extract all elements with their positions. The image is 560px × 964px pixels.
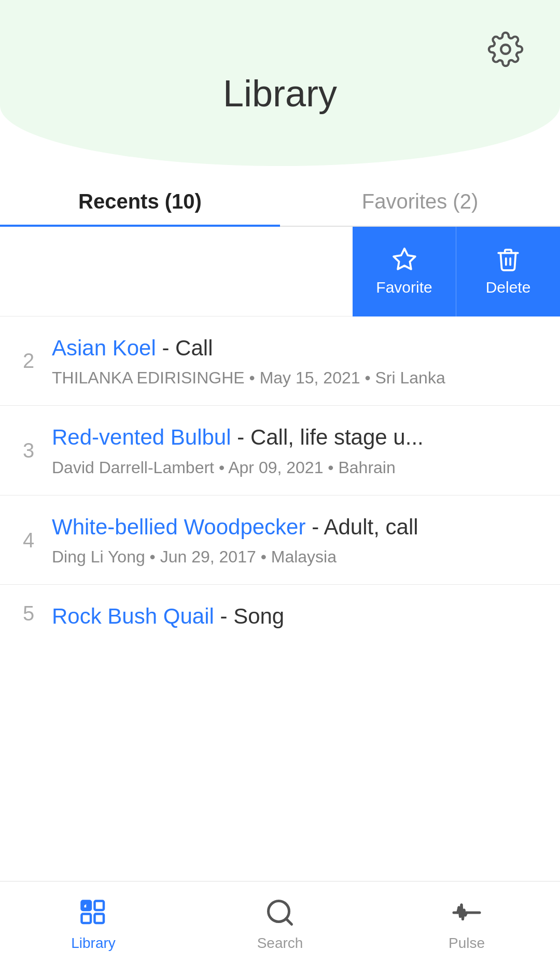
tab-recents[interactable]: Recents (10) xyxy=(0,171,280,226)
delete-label: Delete xyxy=(486,279,531,296)
type-4: - Adult, call xyxy=(312,515,418,539)
settings-button[interactable] xyxy=(487,31,524,67)
svg-rect-5 xyxy=(95,914,104,923)
meta-3: David Darrell-Lambert • Apr 09, 2021 • B… xyxy=(52,458,539,477)
item-number-4: 4 xyxy=(16,528,41,552)
page-title: Library xyxy=(223,72,337,115)
svg-marker-1 xyxy=(394,249,415,269)
nav-search[interactable]: Search xyxy=(187,894,373,952)
delete-action-button[interactable]: Delete xyxy=(456,227,560,316)
item-number-2: 2 xyxy=(16,349,41,373)
species-3: Red-vented Bulbul xyxy=(52,425,231,449)
header-bubble: Library xyxy=(0,0,560,166)
list-item-1[interactable]: arbet - Song 03, 2013 • Vietnam xyxy=(0,227,353,316)
bottom-nav: Library Search Pulse xyxy=(0,881,560,964)
list-item-wrapper-3: 3 Red-vented Bulbul - Call, life stage u… xyxy=(0,406,560,495)
pulse-nav-label: Pulse xyxy=(449,935,485,952)
list-item-5[interactable]: 5 Rock Bush Quail - Song xyxy=(0,585,560,642)
favorite-label: Favorite xyxy=(376,279,432,296)
species-4: White-bellied Woodpecker xyxy=(52,515,305,539)
list-container: Favorite Delete arbet - Song 03, 2013 • … xyxy=(0,227,560,642)
swipe-actions: Favorite Delete xyxy=(353,227,560,316)
tab-favorites[interactable]: Favorites (2) xyxy=(280,171,560,226)
meta-4: Ding Li Yong • Jun 29, 2017 • Malaysia xyxy=(52,547,539,567)
list-item-wrapper-5: 5 Rock Bush Quail - Song xyxy=(0,585,560,642)
tabs-container: Recents (10) Favorites (2) xyxy=(0,171,560,227)
list-item-wrapper-4: 4 White-bellied Woodpecker - Adult, call… xyxy=(0,495,560,585)
svg-line-7 xyxy=(286,918,292,924)
species-2: Asian Koel xyxy=(52,336,156,360)
type-5: - Song xyxy=(220,604,284,628)
nav-pulse[interactable]: Pulse xyxy=(373,894,560,952)
list-item-4[interactable]: 4 White-bellied Woodpecker - Adult, call… xyxy=(0,495,560,585)
pulse-icon xyxy=(449,894,485,931)
list-item-2[interactable]: 2 Asian Koel - Call THILANKA EDIRISINGHE… xyxy=(0,316,560,406)
type-2: - Call xyxy=(162,336,213,360)
search-nav-label: Search xyxy=(257,935,303,952)
meta-1: 03, 2013 • Vietnam xyxy=(0,279,332,298)
library-nav-label: Library xyxy=(71,935,116,952)
library-icon xyxy=(75,894,111,931)
item-number-3: 3 xyxy=(16,438,41,462)
list-item-3[interactable]: 3 Red-vented Bulbul - Call, life stage u… xyxy=(0,406,560,495)
svg-rect-3 xyxy=(82,914,91,923)
item-number-5: 5 xyxy=(16,602,41,625)
search-icon xyxy=(262,894,298,931)
meta-2: THILANKA EDIRISINGHE • May 15, 2021 • Sr… xyxy=(52,368,539,388)
list-item-wrapper-2: 2 Asian Koel - Call THILANKA EDIRISINGHE… xyxy=(0,316,560,406)
type-3: - Call, life stage u... xyxy=(237,425,423,449)
svg-rect-4 xyxy=(95,901,104,910)
list-item-wrapper-1: Favorite Delete arbet - Song 03, 2013 • … xyxy=(0,227,560,316)
svg-point-0 xyxy=(501,45,510,54)
favorite-action-button[interactable]: Favorite xyxy=(353,227,456,316)
nav-library[interactable]: Library xyxy=(0,894,187,952)
species-5: Rock Bush Quail xyxy=(52,604,214,628)
